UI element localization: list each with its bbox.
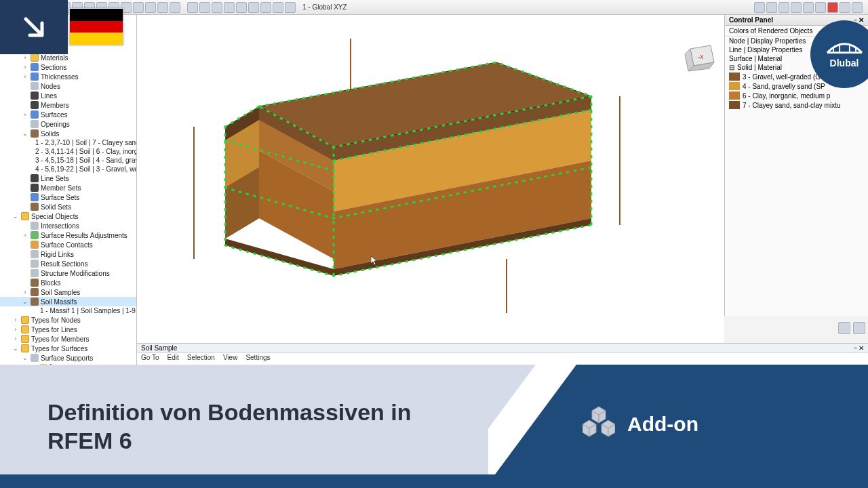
tree-item[interactable]: Surface Sets bbox=[0, 192, 136, 202]
navigator-tree[interactable]: ›Materials›Sections›ThicknessesNodesLine… bbox=[0, 15, 137, 365]
legend-row: 7 - Clayey sand, sand-clay mixtu bbox=[725, 100, 868, 110]
toolbar-icon[interactable] bbox=[145, 2, 156, 13]
toolbar-icon[interactable] bbox=[157, 2, 168, 13]
tree-item[interactable]: ›Types for Lines bbox=[0, 325, 136, 334]
toolbar-icon[interactable] bbox=[791, 2, 802, 13]
arrow-icon bbox=[0, 0, 68, 54]
tree-item[interactable]: Structure Modifications bbox=[0, 268, 136, 278]
toolbar-icon[interactable] bbox=[838, 322, 850, 334]
toolbar-icon[interactable] bbox=[803, 2, 814, 13]
tree-item[interactable]: 2 - 3,4,11-14 | Soil | 6 - Clay, inorgan… bbox=[0, 147, 136, 156]
tree-item[interactable]: ›Soil Samples bbox=[0, 287, 136, 297]
toolbar-icon[interactable] bbox=[133, 2, 144, 13]
tree-item[interactable]: Members bbox=[0, 100, 136, 110]
dock-menu-item[interactable]: Go To bbox=[141, 354, 159, 361]
tree-item[interactable]: ›Materials bbox=[0, 53, 136, 62]
soil-massif-render bbox=[137, 15, 724, 343]
toolbar-icon[interactable] bbox=[170, 2, 180, 13]
tree-item[interactable]: Blocks bbox=[0, 278, 136, 287]
toolbar-icon[interactable] bbox=[236, 2, 247, 13]
toolbar-icon[interactable] bbox=[260, 2, 271, 13]
toolbar-icon[interactable] bbox=[815, 2, 826, 13]
tree-item[interactable]: Openings bbox=[0, 119, 136, 129]
toolbar-icon[interactable] bbox=[840, 2, 850, 13]
tree-item[interactable]: 4 - 5,6,19-22 | Soil | 3 - Gravel, well-… bbox=[0, 165, 136, 174]
toolbar-icon[interactable] bbox=[212, 2, 222, 13]
view-cube[interactable]: -x bbox=[680, 39, 721, 79]
addon-badge: Add-on bbox=[583, 405, 698, 443]
tree-item[interactable]: ⌄Surface Supports bbox=[0, 353, 136, 363]
toolbar-icon[interactable] bbox=[852, 2, 863, 13]
close-icon[interactable] bbox=[827, 2, 838, 13]
dock-menu: Go ToEditSelectionViewSettings bbox=[137, 353, 868, 362]
3d-viewport[interactable]: -x bbox=[137, 15, 724, 343]
app-window: 1 - Global XYZ ›Materials›Sections›Thick… bbox=[0, 0, 868, 365]
cube-stack-icon bbox=[583, 405, 615, 443]
coord-system-label[interactable]: 1 - Global XYZ bbox=[302, 3, 347, 11]
toolbar-icon[interactable] bbox=[199, 2, 210, 13]
tree-item[interactable]: ›Types for Nodes bbox=[0, 315, 136, 325]
dock-title: Soil Sample bbox=[141, 344, 177, 352]
bottom-dock: Soil Sample ▫ ✕ Go ToEditSelectionViewSe… bbox=[137, 343, 868, 365]
expand-icon[interactable]: ⊟ bbox=[729, 64, 734, 71]
banner-title: Definition von Bodenmassiven in RFEM 6 bbox=[0, 398, 412, 455]
german-flag-icon bbox=[69, 8, 123, 45]
dock-menu-item[interactable]: View bbox=[223, 354, 238, 361]
mouse-cursor-icon bbox=[371, 256, 378, 266]
tree-item[interactable]: ⌄Special Objects bbox=[0, 211, 136, 221]
dock-controls[interactable]: ▫ ✕ bbox=[854, 344, 864, 352]
toolbar-icon[interactable] bbox=[778, 2, 789, 13]
tree-item[interactable]: Solid Sets bbox=[0, 202, 136, 211]
toolbar-icon[interactable] bbox=[285, 2, 296, 13]
dock-menu-item[interactable]: Selection bbox=[187, 354, 215, 361]
flag-badge bbox=[0, 0, 123, 54]
tree-item[interactable]: ⌄Solids bbox=[0, 129, 136, 138]
tree-item[interactable]: Member Sets bbox=[0, 183, 136, 192]
tree-item[interactable]: 1 - Massif 1 | Soil Samples | 1-9 bbox=[0, 306, 136, 315]
tree-item[interactable]: 3 - 4,5,15-18 | Soil | 4 - Sand, gravell… bbox=[0, 156, 136, 165]
toolbar-icon[interactable] bbox=[187, 2, 198, 13]
tree-item[interactable]: ›Sections bbox=[0, 62, 136, 72]
toolbar-icon[interactable] bbox=[754, 2, 765, 13]
tree-item[interactable]: ⌄Soil Massifs bbox=[0, 297, 136, 306]
svg-text:-x: -x bbox=[698, 53, 703, 60]
dock-menu-item[interactable]: Edit bbox=[167, 354, 179, 361]
tree-item[interactable]: Rigid Links bbox=[0, 249, 136, 259]
tree-item[interactable]: Surface Contacts bbox=[0, 240, 136, 249]
tree-item[interactable]: Result Sections bbox=[0, 259, 136, 268]
right-icons bbox=[838, 322, 865, 334]
legend-row: 6 - Clay, inorganic, medium p bbox=[725, 91, 868, 100]
badge-label: Add-on bbox=[627, 413, 698, 436]
toolbar-icon[interactable] bbox=[853, 322, 865, 334]
tree-item[interactable]: ›Types for Members bbox=[0, 334, 136, 344]
tree-item[interactable]: Lines bbox=[0, 91, 136, 100]
dock-menu-item[interactable]: Settings bbox=[245, 354, 270, 361]
tree-item[interactable]: Intersections bbox=[0, 221, 136, 230]
tree-item[interactable]: Line Sets bbox=[0, 174, 136, 183]
tree-item[interactable]: 1 - 2,3,7-10 | Soil | 7 - Clayey sand, s… bbox=[0, 138, 136, 147]
toolbar-icon[interactable] bbox=[248, 2, 259, 13]
control-panel-title: Control Panel bbox=[729, 16, 773, 24]
tree-item[interactable]: ⌄Types for Surfaces bbox=[0, 344, 136, 353]
tree-item[interactable]: ›Thicknesses bbox=[0, 72, 136, 81]
video-banner: Definition von Bodenmassiven in RFEM 6 A… bbox=[0, 365, 868, 488]
tree-item[interactable]: Nodes bbox=[0, 81, 136, 91]
main-toolbar: 1 - Global XYZ bbox=[0, 0, 868, 15]
tree-item[interactable]: ›Surface Results Adjustments bbox=[0, 230, 136, 240]
toolbar-icon[interactable] bbox=[766, 2, 777, 13]
legend-head: Solid | Material bbox=[737, 64, 782, 71]
logo-text: Dlubal bbox=[830, 58, 859, 68]
toolbar-icon[interactable] bbox=[273, 2, 283, 13]
toolbar-icon[interactable] bbox=[224, 2, 235, 13]
tree-item[interactable]: ›Surfaces bbox=[0, 110, 136, 119]
banner-footer-stripe bbox=[0, 474, 868, 488]
